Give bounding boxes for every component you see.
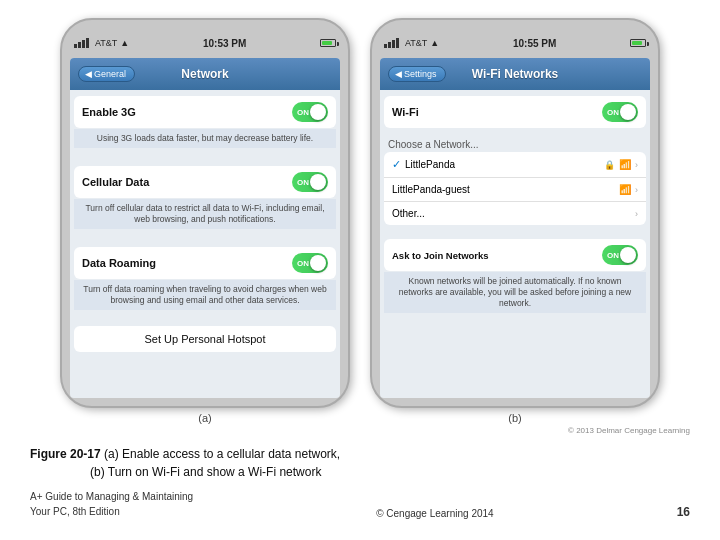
back-label-b: Settings [404, 69, 437, 79]
phone-b-label: (b) [508, 412, 521, 424]
bottom-left: A+ Guide to Managing & Maintaining Your … [30, 489, 193, 519]
ask-join-desc-box: Known networks will be joined automatica… [384, 272, 646, 313]
chevron-other: › [635, 209, 638, 219]
signal-bars-a [74, 38, 89, 48]
status-bar-b: AT&T ▲ 10:55 PM [372, 28, 658, 58]
status-right-b [630, 39, 646, 47]
section-cellular-data: Cellular Data ON Turn off cellular data … [74, 166, 336, 235]
network-row-other[interactable]: Other... › [384, 202, 646, 225]
nav-bar-a: ◀ General Network [70, 58, 340, 90]
wifi-signal-littlepanda: 📶 [619, 159, 631, 170]
data-roaming-label: Data Roaming [82, 257, 156, 269]
network-label-other: Other... [392, 208, 425, 219]
ask-join-section: Ask to Join Networks ON Known networks w… [384, 239, 646, 319]
signal-bars-b [384, 38, 399, 48]
bar1 [74, 44, 77, 48]
data-roaming-toggle[interactable]: ON [292, 253, 328, 273]
cellular-data-toggle[interactable]: ON [292, 172, 328, 192]
bar3 [82, 40, 85, 48]
bar3b [392, 40, 395, 48]
network-icons-lpguest: 📶 › [619, 184, 638, 195]
copyright-text: © 2013 Delmar Cengage Learning [10, 426, 710, 435]
enable-3g-label: Enable 3G [82, 106, 136, 118]
figure-caption-area: Figure 20-17 (a) Enable access to a cell… [10, 435, 710, 481]
data-roaming-toggle-text: ON [297, 259, 309, 268]
enable-3g-toggle-text: ON [297, 108, 309, 117]
nav-bar-b: ◀ Settings Wi-Fi Networks [380, 58, 650, 90]
network-label-lpguest: LittlePanda-guest [392, 184, 470, 195]
status-left-a: AT&T ▲ [74, 38, 129, 48]
figure-caption-bold: Figure 20-17 [30, 447, 101, 461]
wifi-a: ▲ [120, 38, 129, 48]
bottom-left-line1: A+ Guide to Managing & Maintaining [30, 489, 193, 504]
figure-caption: Figure 20-17 (a) Enable access to a cell… [30, 445, 690, 481]
enable-3g-row[interactable]: Enable 3G ON [74, 96, 336, 128]
wifi-toggle-switch[interactable]: ON [602, 102, 638, 122]
network-row-littlepanda[interactable]: ✓ LittlePanda 🔒 📶 › [384, 152, 646, 178]
screen-a: ◀ General Network Enable 3G ON [70, 58, 340, 398]
network-icons-other: › [635, 209, 638, 219]
wifi-signal-lpguest: 📶 [619, 184, 631, 195]
ask-join-desc: Known networks will be joined automatica… [392, 276, 638, 309]
cellular-data-desc: Turn off cellular data to restrict all d… [82, 203, 328, 225]
network-name-lpguest: LittlePanda-guest [392, 184, 470, 195]
enable-3g-desc-box: Using 3G loads data faster, but may decr… [74, 129, 336, 148]
wifi-toggle-label: Wi-Fi [392, 106, 419, 118]
ask-join-row[interactable]: Ask to Join Networks ON [384, 239, 646, 271]
ask-join-label: Ask to Join Networks [392, 250, 489, 261]
battery-fill-b [632, 41, 642, 45]
battery-b [630, 39, 646, 47]
cellular-data-knob [310, 174, 326, 190]
bar1b [384, 44, 387, 48]
section-gap [380, 225, 650, 233]
battery-a [320, 39, 336, 47]
section-data-roaming: Data Roaming ON Turn off data roaming wh… [74, 247, 336, 316]
bottom-bar: A+ Guide to Managing & Maintaining Your … [10, 485, 710, 523]
wifi-toggle-text: ON [607, 108, 619, 117]
ask-join-toggle-text: ON [607, 251, 619, 260]
enable-3g-toggle[interactable]: ON [292, 102, 328, 122]
bottom-center: © Cengage Learning 2014 [376, 508, 493, 519]
ask-join-knob [620, 247, 636, 263]
chevron-littlepanda: › [635, 160, 638, 170]
battery-fill-a [322, 41, 332, 45]
page: AT&T ▲ 10:53 PM ◀ [0, 0, 720, 540]
wifi-network-list: ✓ LittlePanda 🔒 📶 › [384, 152, 646, 225]
wifi-toggle-row[interactable]: Wi-Fi ON [384, 96, 646, 128]
chevron-lpguest: › [635, 185, 638, 195]
hotspot-label: Set Up Personal Hotspot [144, 333, 265, 345]
bar2 [78, 42, 81, 48]
nav-title-b: Wi-Fi Networks [472, 67, 559, 81]
wifi-toggle-knob [620, 104, 636, 120]
data-roaming-desc: Turn off data roaming when traveling to … [82, 284, 328, 306]
phones-row: AT&T ▲ 10:53 PM ◀ [60, 18, 660, 424]
nav-title-a: Network [181, 67, 228, 81]
network-label-littlepanda: LittlePanda [405, 159, 455, 170]
data-roaming-row[interactable]: Data Roaming ON [74, 247, 336, 279]
phone-a: AT&T ▲ 10:53 PM ◀ [60, 18, 350, 408]
status-bar-a: AT&T ▲ 10:53 PM [62, 28, 348, 58]
bar4 [86, 38, 89, 48]
screen-b: ◀ Settings Wi-Fi Networks Wi-Fi ON [380, 58, 650, 398]
data-roaming-desc-box: Turn off data roaming when traveling to … [74, 280, 336, 310]
bottom-right: 16 [677, 505, 690, 519]
back-button-a[interactable]: ◀ General [78, 66, 135, 82]
network-row-littlepanda-guest[interactable]: LittlePanda-guest 📶 › [384, 178, 646, 202]
hotspot-button[interactable]: Set Up Personal Hotspot [74, 326, 336, 352]
cellular-data-label: Cellular Data [82, 176, 149, 188]
network-name-littlepanda: ✓ LittlePanda [392, 158, 455, 171]
bottom-left-line2: Your PC, 8th Edition [30, 504, 193, 519]
lock-icon-littlepanda: 🔒 [604, 160, 615, 170]
cellular-data-row[interactable]: Cellular Data ON [74, 166, 336, 198]
carrier-b: AT&T [405, 38, 427, 48]
phone-b: AT&T ▲ 10:55 PM ◀ [370, 18, 660, 408]
wifi-b: ▲ [430, 38, 439, 48]
carrier-a: AT&T [95, 38, 117, 48]
section-enable-3g: Enable 3G ON Using 3G loads data faster,… [74, 96, 336, 154]
choose-network-label: Choose a Network... [380, 135, 650, 152]
time-b: 10:55 PM [513, 38, 556, 49]
back-button-b[interactable]: ◀ Settings [388, 66, 446, 82]
status-left-b: AT&T ▲ [384, 38, 439, 48]
checkmark-littlepanda: ✓ [392, 158, 401, 171]
ask-join-toggle[interactable]: ON [602, 245, 638, 265]
